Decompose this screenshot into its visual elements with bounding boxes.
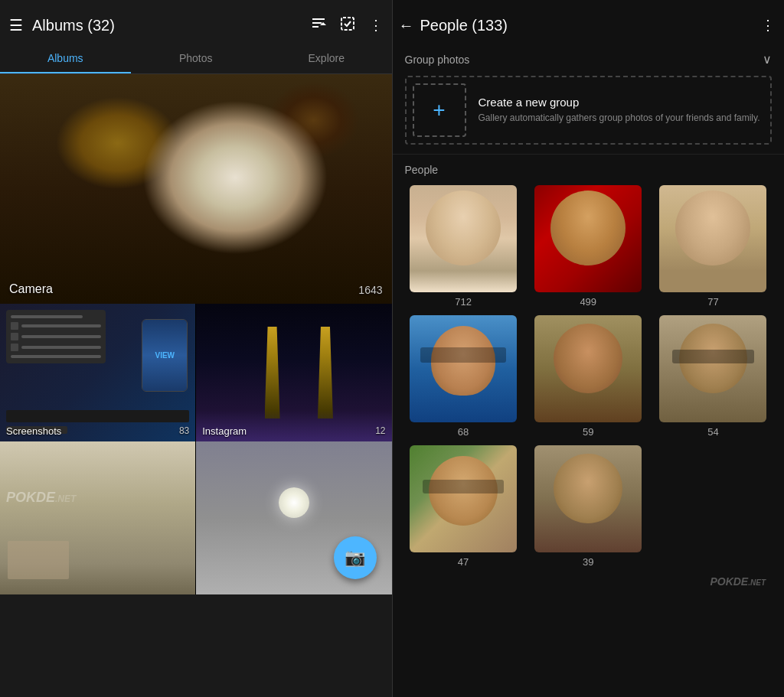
album-grid: Camera 1643	[0, 74, 392, 697]
person-item-2[interactable]: 499	[530, 185, 647, 308]
create-group-description: Gallery automatically gathers group phot…	[479, 112, 765, 125]
person-count-5: 59	[583, 426, 593, 438]
left-header-right: ⋮	[311, 16, 383, 35]
back-icon[interactable]: ←	[399, 17, 414, 34]
person-photo-1	[410, 185, 517, 292]
instagram-name: Instagram	[202, 425, 247, 437]
person-photo-7	[410, 445, 517, 552]
popup-line	[11, 315, 83, 318]
person-face-6-bg	[659, 315, 766, 422]
person-count-6: 54	[707, 426, 718, 438]
group-photos-section: Group photos ∨ + Create a new group Gall…	[393, 43, 785, 155]
popup-item	[11, 321, 101, 331]
room-poster	[8, 541, 69, 579]
person-count-1: 712	[455, 296, 472, 308]
right-panel-title: People (133)	[420, 17, 508, 34]
person-count-8: 39	[583, 556, 593, 568]
camera-fab[interactable]: 📷	[334, 536, 377, 579]
popup-item-icon-3	[11, 344, 18, 351]
chevron-down-icon: ∨	[763, 52, 772, 67]
face-oval-3	[675, 191, 750, 265]
phone-device: VIEW	[142, 319, 188, 392]
more-options-left-icon[interactable]: ⋮	[369, 17, 383, 34]
person-count-3: 77	[707, 296, 718, 308]
camera-album-bg	[0, 74, 392, 304]
hamburger-icon[interactable]: ☰	[9, 16, 23, 34]
person-item-6[interactable]: 54	[655, 315, 772, 438]
create-group-plus: +	[413, 83, 466, 137]
instagram-count: 12	[375, 425, 385, 437]
instagram-album[interactable]: Instagram 12	[196, 304, 391, 441]
more-options-right-icon[interactable]: ⋮	[761, 17, 775, 34]
screenshots-bg: VIEW	[0, 304, 195, 441]
person-face-2-bg	[534, 185, 642, 292]
popup-item-text-3	[21, 346, 101, 349]
left-tabs: Albums Photos Explore	[0, 43, 392, 74]
person-photo-5	[534, 315, 642, 422]
popup-card	[6, 310, 106, 363]
text-bar	[6, 410, 189, 422]
people-section-title: People	[405, 164, 773, 176]
album-row-1: VIEW Screenshots 83	[0, 304, 392, 441]
camera-album-count: 1643	[358, 284, 382, 296]
group-photos-title: Group photos	[405, 54, 470, 66]
person-item-3[interactable]: 77	[655, 185, 772, 308]
person-photo-8	[534, 445, 642, 552]
person-item-4[interactable]: 68	[405, 315, 522, 438]
screenshots-count: 83	[179, 425, 189, 437]
group-photos-header[interactable]: Group photos ∨	[405, 52, 773, 67]
create-group-title: Create a new group	[479, 96, 765, 109]
person-item-5[interactable]: 59	[530, 315, 647, 438]
person-item-8[interactable]: 39	[530, 445, 647, 568]
create-group-card[interactable]: + Create a new group Gallery automatical…	[405, 76, 773, 145]
tab-albums[interactable]: Albums	[0, 43, 131, 73]
glasses-7	[423, 480, 504, 493]
person-face-7-bg	[410, 445, 517, 552]
svg-rect-4	[341, 18, 354, 30]
create-group-text: Create a new group Gallery automatically…	[479, 96, 765, 125]
people-grid: 712 499 77	[405, 185, 773, 568]
person-count-4: 68	[458, 426, 469, 438]
screenshots-label: Screenshots 83	[6, 425, 189, 437]
popup-item-icon	[11, 322, 18, 330]
glasses-6	[672, 350, 753, 363]
person-face-3-bg	[659, 185, 766, 292]
left-panel-title: Albums (32)	[32, 17, 115, 34]
person-photo-6	[659, 315, 766, 422]
pokde-watermark-right: POKDE.NET	[405, 575, 773, 588]
person-photo-3	[659, 185, 766, 292]
popup-item-3	[11, 342, 101, 353]
tab-photos[interactable]: Photos	[131, 43, 262, 73]
face-oval-5	[554, 324, 622, 393]
face-oval-1	[426, 191, 501, 265]
moon	[279, 487, 309, 518]
left-header: ☰ Albums (32) ⋮	[0, 0, 392, 43]
person-face-1	[410, 185, 517, 292]
right-panel: ← People (133) ⋮ Group photos ∨ + Create…	[393, 0, 785, 697]
sort-icon[interactable]	[311, 18, 326, 34]
screenshots-album[interactable]: VIEW Screenshots 83	[0, 304, 196, 441]
right-header: ← People (133) ⋮	[393, 0, 785, 43]
night-album[interactable]: 📷	[196, 441, 391, 594]
plus-icon: +	[433, 98, 445, 122]
right-header-right: ⋮	[761, 17, 775, 34]
person-count-2: 499	[580, 296, 596, 308]
person-count-7: 47	[458, 556, 469, 568]
popup-item-text	[21, 324, 101, 327]
glasses-4	[420, 347, 506, 363]
camera-album[interactable]: Camera 1643	[0, 74, 392, 304]
camera-fab-icon: 📷	[345, 548, 365, 568]
room-album[interactable]	[0, 441, 196, 594]
face-oval-8	[554, 454, 622, 523]
room-bg	[0, 441, 195, 594]
right-header-left: ← People (133)	[399, 17, 508, 34]
instagram-label: Instagram 12	[202, 425, 385, 437]
tab-explore[interactable]: Explore	[261, 43, 392, 73]
left-panel: ☰ Albums (32) ⋮ Albums Ph	[0, 0, 392, 697]
select-icon[interactable]	[340, 16, 355, 35]
popup-item-icon-2	[11, 333, 18, 340]
person-item-1[interactable]: 712	[405, 185, 522, 308]
person-photo-4	[410, 315, 517, 422]
person-item-7[interactable]: 47	[405, 445, 522, 568]
screenshots-name: Screenshots	[6, 425, 61, 437]
